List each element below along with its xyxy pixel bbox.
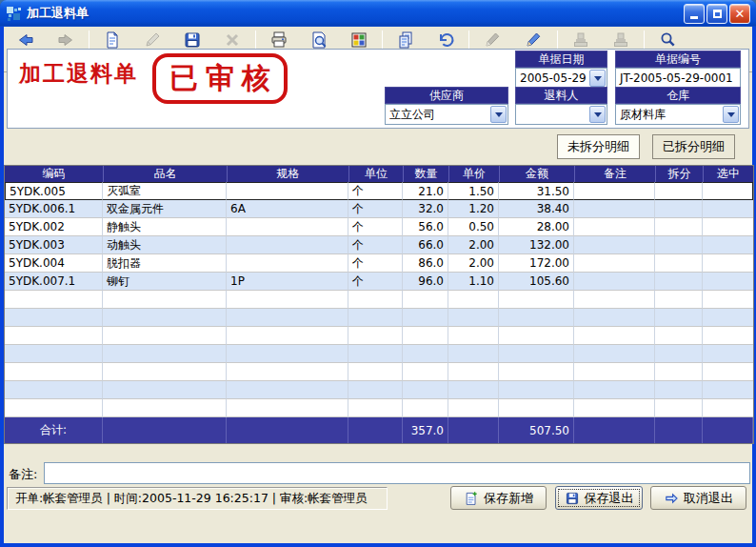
- date-combobox[interactable]: 2005-05-29: [515, 68, 607, 89]
- cell[interactable]: [448, 309, 499, 327]
- table-row[interactable]: 5YDK.003动触头个66.02.00132.00: [5, 236, 753, 254]
- cell[interactable]: [103, 345, 227, 363]
- column-header[interactable]: 单位: [348, 166, 403, 182]
- cell[interactable]: [5, 399, 103, 417]
- cell[interactable]: 灭弧室: [103, 182, 227, 200]
- empty-row[interactable]: [5, 309, 753, 327]
- cell[interactable]: 脱扣器: [103, 254, 227, 273]
- warehouse-dropdown-button[interactable]: [723, 106, 739, 123]
- date-dropdown-button[interactable]: [589, 70, 606, 87]
- supplier-combobox[interactable]: 立立公司: [385, 104, 508, 125]
- cell[interactable]: [499, 381, 574, 399]
- empty-row[interactable]: [5, 399, 753, 417]
- tab-split-details[interactable]: 已拆分明细: [652, 134, 735, 159]
- cell[interactable]: [574, 291, 655, 309]
- cell[interactable]: 172.00: [499, 254, 574, 273]
- empty-row[interactable]: [5, 345, 753, 363]
- cell[interactable]: [403, 345, 448, 363]
- cell[interactable]: [703, 200, 753, 218]
- cell[interactable]: 0.50: [448, 218, 499, 236]
- cell[interactable]: [655, 273, 703, 291]
- cell[interactable]: [227, 236, 348, 254]
- cell[interactable]: 1.50: [448, 182, 499, 200]
- cell[interactable]: [348, 291, 403, 309]
- cell[interactable]: [348, 381, 403, 399]
- column-header[interactable]: 选中: [703, 166, 753, 182]
- empty-row[interactable]: [5, 381, 753, 399]
- save-new-button[interactable]: 保存新增: [450, 486, 547, 510]
- cell[interactable]: [703, 399, 753, 417]
- cell[interactable]: [5, 345, 103, 363]
- cell[interactable]: [703, 381, 753, 399]
- warehouse-combobox[interactable]: 原材料库: [615, 104, 741, 125]
- cell[interactable]: [655, 254, 703, 273]
- cell[interactable]: [403, 291, 448, 309]
- cell[interactable]: [348, 399, 403, 417]
- cell[interactable]: 32.0: [403, 200, 448, 218]
- close-button[interactable]: ✕: [729, 4, 750, 24]
- cell[interactable]: [655, 218, 703, 236]
- save-exit-button[interactable]: 保存退出: [555, 486, 643, 510]
- cell[interactable]: [5, 381, 103, 399]
- tab-unsplit-details[interactable]: 未拆分明细: [557, 134, 640, 159]
- table-row[interactable]: 5YDK.004脱扣器个86.02.00172.00: [5, 254, 753, 273]
- column-header[interactable]: 拆分: [655, 166, 703, 182]
- cell[interactable]: [703, 363, 753, 381]
- cell[interactable]: [703, 273, 753, 291]
- cell[interactable]: [448, 327, 499, 345]
- cell[interactable]: [227, 218, 348, 236]
- column-header[interactable]: 单价: [448, 166, 499, 182]
- cell[interactable]: [403, 327, 448, 345]
- column-header[interactable]: 编码: [5, 166, 103, 182]
- cell[interactable]: 1.10: [448, 273, 499, 291]
- cell[interactable]: [499, 327, 574, 345]
- cell[interactable]: [499, 309, 574, 327]
- cell[interactable]: [655, 363, 703, 381]
- cell[interactable]: [227, 309, 348, 327]
- cell[interactable]: [227, 381, 348, 399]
- cell[interactable]: [448, 291, 499, 309]
- cell[interactable]: [227, 254, 348, 273]
- cell[interactable]: [499, 345, 574, 363]
- cell[interactable]: [574, 399, 655, 417]
- cell[interactable]: [227, 182, 348, 200]
- cell[interactable]: [703, 236, 753, 254]
- cell[interactable]: 双金属元件: [103, 200, 227, 218]
- empty-row[interactable]: [5, 363, 753, 381]
- cell[interactable]: 静触头: [103, 218, 227, 236]
- cell[interactable]: [227, 291, 348, 309]
- cell[interactable]: 个: [348, 236, 403, 254]
- cell[interactable]: [499, 291, 574, 309]
- cell[interactable]: [703, 345, 753, 363]
- remark-input[interactable]: [44, 462, 750, 484]
- cancel-exit-button[interactable]: 取消退出: [650, 486, 746, 510]
- cell[interactable]: 个: [348, 200, 403, 218]
- cell[interactable]: [403, 399, 448, 417]
- column-header[interactable]: 金额: [499, 166, 574, 182]
- cell[interactable]: 动触头: [103, 236, 227, 254]
- cell[interactable]: [499, 363, 574, 381]
- cell[interactable]: [574, 363, 655, 381]
- cell[interactable]: [655, 309, 703, 327]
- cell[interactable]: [655, 200, 703, 218]
- column-header[interactable]: 规格: [227, 166, 348, 182]
- cell[interactable]: [574, 254, 655, 273]
- maximize-button[interactable]: [706, 4, 727, 24]
- cell[interactable]: 5YDK.005: [5, 182, 103, 200]
- table-row[interactable]: 5YDK.005灭弧室个21.01.5031.50: [5, 182, 753, 200]
- cell[interactable]: [703, 291, 753, 309]
- cell[interactable]: [103, 309, 227, 327]
- returner-combobox[interactable]: [515, 104, 607, 125]
- cell[interactable]: 6A: [227, 200, 348, 218]
- cell[interactable]: [5, 291, 103, 309]
- cell[interactable]: [499, 399, 574, 417]
- cell[interactable]: 2.00: [448, 254, 499, 273]
- cell[interactable]: [574, 345, 655, 363]
- cell[interactable]: [574, 182, 655, 200]
- cell[interactable]: 28.00: [499, 218, 574, 236]
- cell[interactable]: [5, 363, 103, 381]
- cell[interactable]: [574, 309, 655, 327]
- column-header[interactable]: 数量: [403, 166, 448, 182]
- column-header[interactable]: 品名: [103, 166, 227, 182]
- cell[interactable]: 5YDK.004: [5, 254, 103, 273]
